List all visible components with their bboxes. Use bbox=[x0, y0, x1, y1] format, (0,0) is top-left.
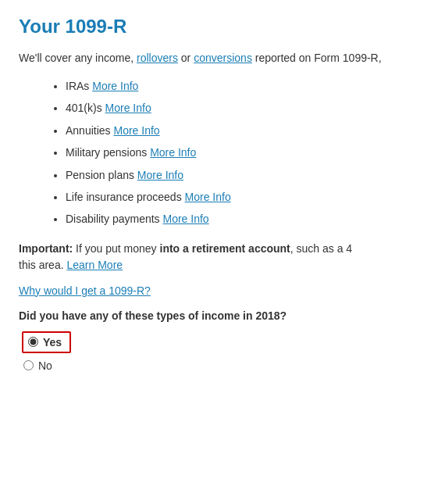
list-item: Disability payments More Info bbox=[66, 210, 419, 227]
item-iras-text: IRAs bbox=[66, 80, 92, 92]
intro-text-before: We'll cover any income, bbox=[19, 52, 137, 64]
intro-paragraph: We'll cover any income, rollovers or con… bbox=[19, 50, 419, 66]
rollovers-link[interactable]: rollovers bbox=[137, 52, 178, 64]
item-life-insurance-text: Life insurance proceeds bbox=[66, 191, 185, 203]
list-item: IRAs More Info bbox=[66, 77, 419, 95]
no-option[interactable]: No bbox=[23, 359, 419, 372]
item-military-text: Military pensions bbox=[66, 146, 150, 159]
list-item: Pension plans More Info bbox=[66, 166, 419, 184]
pension-more-info-link[interactable]: More Info bbox=[137, 169, 183, 181]
list-item: Life insurance proceeds More Info bbox=[66, 188, 419, 206]
no-radio[interactable] bbox=[23, 360, 34, 370]
list-item: Military pensions More Info bbox=[66, 144, 419, 161]
yes-option[interactable]: Yes bbox=[22, 331, 71, 353]
life-insurance-more-info-link[interactable]: More Info bbox=[185, 191, 231, 203]
intro-text-after: reported on Form 1099-R, bbox=[252, 52, 382, 64]
why-1099r-link[interactable]: Why would I get a 1099-R? bbox=[19, 284, 419, 297]
iras-more-info-link[interactable]: More Info bbox=[92, 80, 138, 92]
list-item: Annuities More Info bbox=[66, 122, 419, 139]
important-text1: If you put money bbox=[73, 242, 159, 255]
item-annuities-text: Annuities bbox=[66, 124, 113, 137]
income-radio-group: Yes No bbox=[22, 331, 419, 372]
intro-text-middle: or bbox=[178, 52, 194, 64]
item-pension-text: Pension plans bbox=[66, 169, 137, 181]
income-question: Did you have any of these types of incom… bbox=[19, 309, 419, 322]
item-401k-text: 401(k)s bbox=[66, 102, 105, 114]
important-text2: , such as a 4 bbox=[290, 242, 352, 255]
401k-more-info-link[interactable]: More Info bbox=[105, 102, 151, 114]
military-more-info-link[interactable]: More Info bbox=[150, 146, 196, 159]
important-bold-text: into a retirement account bbox=[160, 242, 290, 255]
annuities-more-info-link[interactable]: More Info bbox=[113, 124, 159, 137]
yes-radio[interactable] bbox=[28, 337, 38, 347]
item-disability-text: Disability payments bbox=[66, 213, 163, 225]
page-title: Your 1099-R bbox=[19, 16, 419, 38]
conversions-link[interactable]: conversions bbox=[194, 52, 252, 64]
important-label: Important: bbox=[19, 242, 73, 255]
important-text3: this area. bbox=[19, 259, 66, 271]
important-notice: Important: If you put money into a retir… bbox=[19, 241, 419, 273]
no-label: No bbox=[38, 359, 52, 372]
income-types-list: IRAs More Info 401(k)s More Info Annuiti… bbox=[66, 77, 419, 228]
learn-more-link[interactable]: Learn More bbox=[66, 259, 123, 271]
list-item: 401(k)s More Info bbox=[66, 99, 419, 116]
disability-more-info-link[interactable]: More Info bbox=[163, 213, 209, 225]
yes-label: Yes bbox=[43, 336, 62, 349]
